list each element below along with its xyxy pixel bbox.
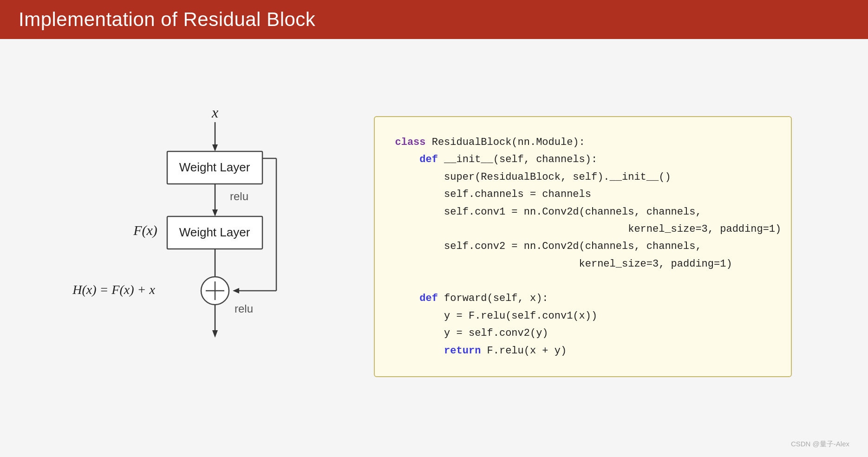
hx-label: H(x) = F(x) + x [72,282,155,297]
code-line-2: def __init__(self, channels): [395,151,770,168]
diagram-svg: x Weight Layer relu Weight Layer [77,98,337,395]
code-line-6: kernel_size=3, padding=1) [395,221,770,238]
code-line-4: self.channels = channels [395,186,770,203]
weight-layer-1-label: Weight Layer [179,160,250,174]
main-content: x Weight Layer relu Weight Layer [0,39,868,454]
code-line-10: y = F.relu(self.conv1(x)) [395,307,770,325]
svg-marker-13 [212,330,218,338]
page-title: Implementation of Residual Block [19,8,315,30]
code-line-3: super(ResidualBlock, self).__init__() [395,169,770,186]
code-line-blank [395,273,770,290]
weight-layer-2-label: Weight Layer [179,225,250,239]
code-line-5: self.conv1 = nn.Conv2d(channels, channel… [395,203,770,221]
code-line-7: self.conv2 = nn.Conv2d(channels, channel… [395,238,770,255]
svg-marker-3 [212,209,218,216]
watermark: CSDN @量子-Alex [791,440,849,449]
code-line-9: def forward(self, x): [395,290,770,307]
relu-1-label: relu [230,190,248,202]
code-panel: class ResidualBlock(nn.Module): def __in… [374,116,792,377]
page-header: Implementation of Residual Block [0,0,868,39]
relu-2-label: relu [235,302,253,315]
code-line-11: y = self.conv2(y) [395,325,770,342]
code-line-12: return F.relu(x + y) [395,342,770,359]
residual-block-diagram: x Weight Layer relu Weight Layer [77,98,337,395]
fx-label: F(x) [133,222,157,238]
code-line-8: kernel_size=3, padding=1) [395,255,770,273]
svg-marker-1 [212,144,218,151]
x-label: x [211,104,218,121]
code-line-1: class ResidualBlock(nn.Module): [395,134,770,151]
svg-marker-9 [233,288,239,294]
